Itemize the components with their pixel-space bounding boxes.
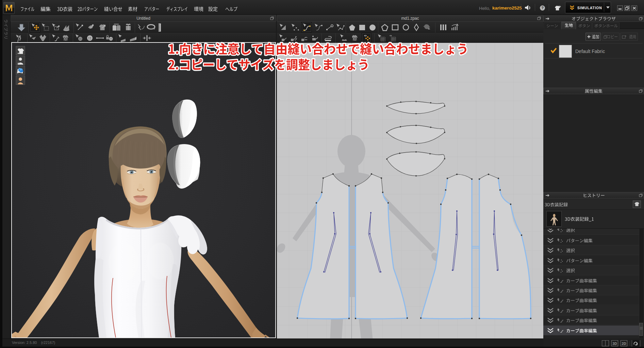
svg-text:3D: 3D [613,342,617,346]
svg-text:2D: 2D [622,342,626,346]
